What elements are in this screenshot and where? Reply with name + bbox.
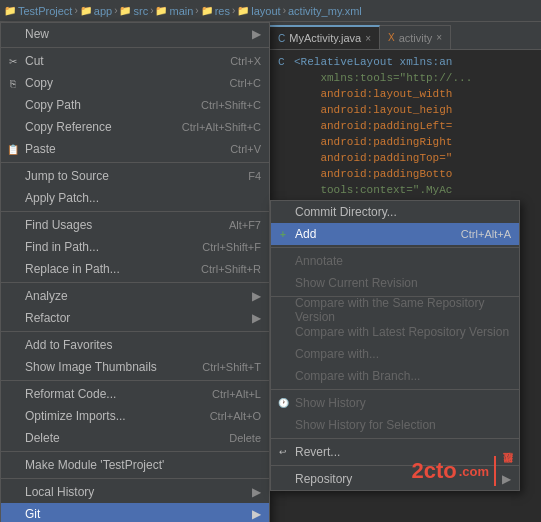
menu-item-replace-in-path[interactable]: Replace in Path... Ctrl+Shift+R — [1, 258, 269, 280]
menu-item-optimize[interactable]: Optimize Imports... Ctrl+Alt+O — [1, 405, 269, 427]
menu-item-jump-to-source[interactable]: Jump to Source F4 — [1, 165, 269, 187]
tab-activity-close[interactable]: × — [436, 32, 442, 43]
menu-label-find-usages: Find Usages — [25, 218, 209, 232]
shortcut-find-usages: Alt+F7 — [229, 219, 261, 231]
breadcrumb: 📁 TestProject › 📁 app › 📁 src › 📁 main ›… — [0, 0, 541, 22]
menu-label-make-module: Make Module 'TestProject' — [25, 458, 261, 472]
add-icon: + — [275, 226, 291, 242]
breadcrumb-activity-xml[interactable]: activity_my.xml — [288, 5, 362, 17]
tab-myactivity-java[interactable]: C MyActivity.java × — [270, 25, 380, 49]
revert-icon: ↩ — [275, 444, 291, 460]
code-line-5: android:paddingLeft= — [278, 118, 537, 134]
watermark: 2cto .com 红黑联盟 — [411, 456, 515, 486]
breadcrumb-main[interactable]: 📁 main — [155, 5, 193, 17]
sub-menu-label-show-current-revision: Show Current Revision — [295, 276, 511, 290]
sub-menu-label-compare-branch: Compare with Branch... — [295, 369, 511, 383]
menu-label-copy-reference: Copy Reference — [25, 120, 162, 134]
arrow-git: ▶ — [252, 507, 261, 521]
shortcut-replace-in-path: Ctrl+Shift+R — [201, 263, 261, 275]
menu-label-replace-in-path: Replace in Path... — [25, 262, 181, 276]
menu-item-analyze[interactable]: Analyze ▶ — [1, 285, 269, 307]
sub-menu-item-commit-dir[interactable]: Commit Directory... — [271, 201, 519, 223]
menu-item-copy-reference[interactable]: Copy Reference Ctrl+Alt+Shift+C — [1, 116, 269, 138]
code-line-2: xmlns:tools="http://... — [278, 70, 537, 86]
menu-item-refactor[interactable]: Refactor ▶ — [1, 307, 269, 329]
menu-item-add-to-favorites[interactable]: Add to Favorites — [1, 334, 269, 356]
code-line-4: android:layout_heigh — [278, 102, 537, 118]
code-prefix-c: C — [278, 56, 290, 68]
menu-sep-4 — [1, 282, 269, 283]
sub-menu-item-compare-with: Compare with... — [271, 343, 519, 365]
shortcut-paste: Ctrl+V — [230, 143, 261, 155]
menu-item-make-module[interactable]: Make Module 'TestProject' — [1, 454, 269, 476]
code-line-8: android:paddingBotto — [278, 166, 537, 182]
shortcut-show-image: Ctrl+Shift+T — [202, 361, 261, 373]
breadcrumb-src[interactable]: 📁 src — [119, 5, 148, 17]
menu-item-find-in-path[interactable]: Find in Path... Ctrl+Shift+F — [1, 236, 269, 258]
breadcrumb-testproject[interactable]: 📁 TestProject — [4, 5, 72, 17]
menu-item-cut[interactable]: ✂ Cut Ctrl+X — [1, 50, 269, 72]
history-icon: 🕐 — [275, 395, 291, 411]
sub-menu-label-compare-with: Compare with... — [295, 347, 511, 361]
breadcrumb-layout[interactable]: 📁 layout — [237, 5, 280, 17]
menu-item-new[interactable]: New ▶ — [1, 23, 269, 45]
arrow-analyze: ▶ — [252, 289, 261, 303]
menu-label-new: New — [25, 27, 248, 41]
sub-menu-label-compare-same-repo: Compare with the Same Repository Version — [295, 296, 511, 324]
sub-menu-item-annotate: Annotate — [271, 250, 519, 272]
sub-menu-label-compare-latest-repo: Compare with Latest Repository Version — [295, 325, 511, 339]
code-line-6: android:paddingRight — [278, 134, 537, 150]
menu-item-delete[interactable]: Delete Delete — [1, 427, 269, 449]
sub-menu-item-show-history-selection: Show History for Selection — [271, 414, 519, 436]
shortcut-copy: Ctrl+C — [230, 77, 261, 89]
code-line-7: android:paddingTop=" — [278, 150, 537, 166]
menu-label-add-to-favorites: Add to Favorites — [25, 338, 261, 352]
watermark-divider — [494, 456, 496, 486]
tab-myactivity-close[interactable]: × — [365, 33, 371, 44]
sub-menu-item-compare-same-repo: Compare with the Same Repository Version — [271, 299, 519, 321]
menu-sep-7 — [1, 451, 269, 452]
menu-sep-8 — [1, 478, 269, 479]
menu-sep-6 — [1, 380, 269, 381]
menu-label-optimize: Optimize Imports... — [25, 409, 190, 423]
menu-item-local-history[interactable]: Local History ▶ — [1, 481, 269, 503]
tab-activity[interactable]: X activity × — [380, 25, 451, 49]
menu-label-cut: Cut — [25, 54, 210, 68]
breadcrumb-res[interactable]: 📁 res — [201, 5, 230, 17]
menu-label-copy: Copy — [25, 76, 210, 90]
menu-item-find-usages[interactable]: Find Usages Alt+F7 — [1, 214, 269, 236]
menu-label-apply-patch: Apply Patch... — [25, 191, 261, 205]
code-line-3: android:layout_width — [278, 86, 537, 102]
shortcut-reformat: Ctrl+Alt+L — [212, 388, 261, 400]
menu-item-copy-path[interactable]: Copy Path Ctrl+Shift+C — [1, 94, 269, 116]
sub-menu-label-show-history: Show History — [295, 396, 511, 410]
menu-item-apply-patch[interactable]: Apply Patch... — [1, 187, 269, 209]
menu-item-paste[interactable]: 📋 Paste Ctrl+V — [1, 138, 269, 160]
cut-icon: ✂ — [5, 53, 21, 69]
sub-menu-item-show-current-revision: Show Current Revision — [271, 272, 519, 294]
sub-sep-1 — [271, 247, 519, 248]
breadcrumb-app[interactable]: 📁 app — [80, 5, 112, 17]
menu-sep-1 — [1, 47, 269, 48]
menu-item-show-image[interactable]: Show Image Thumbnails Ctrl+Shift+T — [1, 356, 269, 378]
sub-menu-item-add[interactable]: + Add Ctrl+Alt+A — [271, 223, 519, 245]
menu-sep-5 — [1, 331, 269, 332]
shortcut-cut: Ctrl+X — [230, 55, 261, 67]
tab-myactivity-label: MyActivity.java — [289, 32, 361, 44]
shortcut-optimize: Ctrl+Alt+O — [210, 410, 261, 422]
breadcrumb-sep-2: › — [114, 5, 117, 16]
shortcut-find-in-path: Ctrl+Shift+F — [202, 241, 261, 253]
menu-label-show-image: Show Image Thumbnails — [25, 360, 182, 374]
menu-item-reformat[interactable]: Reformat Code... Ctrl+Alt+L — [1, 383, 269, 405]
menu-sep-3 — [1, 211, 269, 212]
menu-item-copy[interactable]: ⎘ Copy Ctrl+C — [1, 72, 269, 94]
menu-item-git[interactable]: Git ▶ — [1, 503, 269, 522]
menu-sep-2 — [1, 162, 269, 163]
menu-label-refactor: Refactor — [25, 311, 248, 325]
sub-sep-3 — [271, 389, 519, 390]
watermark-number: 2cto — [411, 458, 456, 484]
menu-label-delete: Delete — [25, 431, 209, 445]
shortcut-copy-reference: Ctrl+Alt+Shift+C — [182, 121, 261, 133]
arrow-new: ▶ — [252, 27, 261, 41]
menu-label-analyze: Analyze — [25, 289, 248, 303]
